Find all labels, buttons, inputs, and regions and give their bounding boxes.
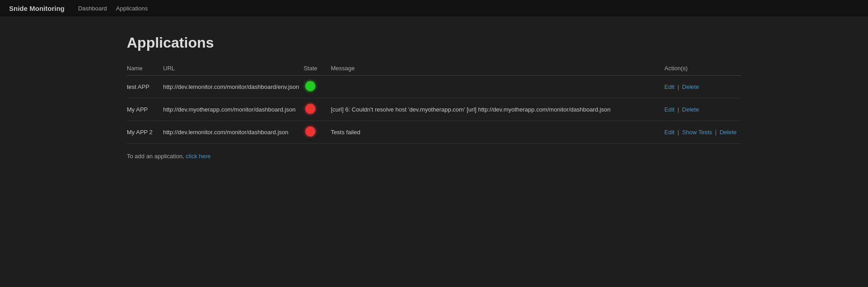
page-title: Applications: [127, 34, 741, 51]
row-2-status-dot: [305, 126, 315, 136]
row-0-state: [304, 76, 331, 98]
row-2-action-show-tests[interactable]: Show Tests: [682, 129, 712, 136]
row-0-message: [331, 76, 664, 98]
row-2-action-edit[interactable]: Edit: [665, 129, 675, 136]
row-1-status-dot: [305, 104, 315, 114]
table-row: test APPhttp://dev.lemonitor.com/monitor…: [127, 76, 741, 98]
row-1-action-edit[interactable]: Edit: [665, 106, 675, 113]
col-header-state: State: [304, 62, 331, 76]
table-header-row: Name URL State Message Action(s): [127, 62, 741, 76]
row-1-name: My APP: [127, 98, 163, 121]
table-row: My APP 2http://dev.lemonitor.com/monitor…: [127, 121, 741, 144]
navbar-link-dashboard[interactable]: Dashboard: [78, 5, 107, 12]
row-1-url: http://dev.myotherapp.com/monitor/dashbo…: [163, 98, 304, 121]
main-content: Applications Name URL State Message Acti…: [0, 16, 868, 178]
row-0-action-delete[interactable]: Delete: [682, 83, 699, 90]
navbar: Snide Monitoring Dashboard Applications: [0, 0, 868, 16]
row-1-state: [304, 98, 331, 121]
row-2-state: [304, 121, 331, 144]
row-0-actions: Edit | Delete: [665, 76, 741, 98]
action-separator: |: [676, 83, 681, 90]
add-app-link[interactable]: click here: [186, 153, 211, 160]
table-row: My APPhttp://dev.myotherapp.com/monitor/…: [127, 98, 741, 121]
action-separator: |: [714, 129, 719, 136]
navbar-brand: Snide Monitoring: [9, 5, 64, 12]
applications-table: Name URL State Message Action(s) test AP…: [127, 62, 741, 144]
col-header-message: Message: [331, 62, 664, 76]
row-1-action-delete[interactable]: Delete: [682, 106, 699, 113]
row-0-name: test APP: [127, 76, 163, 98]
row-2-actions: Edit | Show Tests | Delete: [665, 121, 741, 144]
action-separator: |: [676, 106, 681, 113]
col-header-name: Name: [127, 62, 163, 76]
row-0-action-edit[interactable]: Edit: [665, 83, 675, 90]
row-1-message: [curl] 6: Couldn't resolve host 'dev.myo…: [331, 98, 664, 121]
add-app-text: To add an application, click here: [127, 153, 741, 160]
add-app-static-text: To add an application,: [127, 153, 184, 160]
row-2-name: My APP 2: [127, 121, 163, 144]
col-header-actions: Action(s): [665, 62, 741, 76]
row-0-status-dot: [305, 81, 315, 91]
col-header-url: URL: [163, 62, 304, 76]
row-1-actions: Edit | Delete: [665, 98, 741, 121]
row-2-action-delete[interactable]: Delete: [719, 129, 737, 136]
row-2-message: Tests failed: [331, 121, 664, 144]
navbar-link-applications[interactable]: Applications: [116, 5, 148, 12]
row-2-url: http://dev.lemonitor.com/monitor/dashboa…: [163, 121, 304, 144]
row-0-url: http://dev.lemonitor.com/monitor/dashboa…: [163, 76, 304, 98]
action-separator: |: [676, 129, 681, 136]
